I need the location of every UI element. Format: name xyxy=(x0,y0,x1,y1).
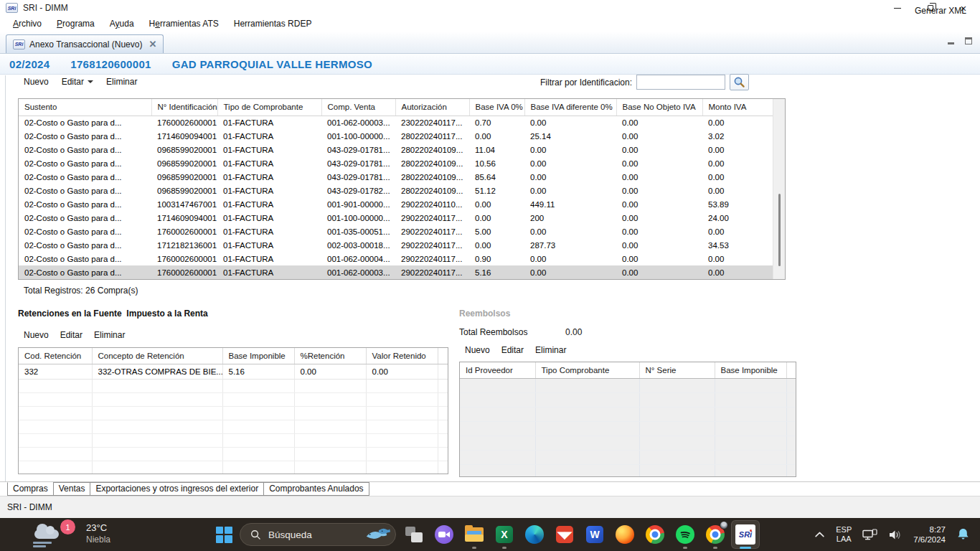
tab-close-icon[interactable]: ✕ xyxy=(149,39,156,49)
network-icon[interactable] xyxy=(862,529,877,541)
column-header-n-identificaci-n[interactable]: N° Identificación xyxy=(151,99,217,116)
column-header-tipo-de-comprobante[interactable]: Tipo de Comprobante xyxy=(217,99,321,116)
table-row[interactable] xyxy=(460,464,796,477)
table-row[interactable]: 02-Costo o Gasto para d...10031474670010… xyxy=(19,197,773,211)
column-header-base-iva-diferente-0[interactable]: Base IVA diferente 0% xyxy=(524,99,616,116)
view-tab-exportaciones-y-otros-ingresos-del-exterior[interactable]: Exportaciones y otros ingresos del exter… xyxy=(90,482,264,496)
table-row[interactable]: 02-Costo o Gasto para d...17600026000010… xyxy=(19,116,773,129)
taskbar-app-pdf-reader[interactable]: ◥◤ xyxy=(550,518,580,551)
nuevo-button[interactable]: Nuevo xyxy=(24,77,49,87)
clock[interactable]: 8:27 7/6/2024 xyxy=(913,524,946,545)
ruc-label: 1768120600001 xyxy=(70,58,151,70)
column-header-base-imponible[interactable]: Base Imponible xyxy=(715,362,786,378)
table-row[interactable] xyxy=(19,392,448,406)
taskbar-app-spotify[interactable] xyxy=(670,518,700,551)
taskbar-app-stacked-windows[interactable] xyxy=(399,518,429,551)
table-row[interactable]: 02-Costo o Gasto para d...09685990200010… xyxy=(19,156,773,170)
taskbar-app-excel[interactable]: X xyxy=(489,518,519,551)
table-row[interactable]: 02-Costo o Gasto para d...09685990200010… xyxy=(19,143,773,156)
column-header-retenci-n[interactable]: %Retención xyxy=(294,348,366,364)
column-header-monto-iva[interactable]: Monto IVA xyxy=(702,99,773,116)
profile-avatar xyxy=(720,521,728,529)
notification-bell-icon[interactable] xyxy=(956,527,970,542)
table-row[interactable] xyxy=(460,407,796,421)
table-row[interactable]: 02-Costo o Gasto para d...17600026000010… xyxy=(19,252,773,265)
tab-anexo-transaccional[interactable]: SRi Anexo Transaccional (Nuevo) ✕ xyxy=(6,34,164,53)
table-row[interactable]: 02-Costo o Gasto para d...17146090940010… xyxy=(19,129,773,143)
column-header-concepto-de-retenci-n[interactable]: Concepto de Retención xyxy=(92,348,222,364)
taskbar-app-video-chat[interactable] xyxy=(429,518,459,551)
column-header-base-imponible[interactable]: Base Imponible xyxy=(222,348,294,364)
ret-eliminar-button[interactable]: Eliminar xyxy=(94,330,125,340)
cell xyxy=(438,447,448,461)
weather-widget[interactable]: 1 23°C Niebla xyxy=(33,522,110,547)
taskbar-search[interactable]: Búsqueda xyxy=(240,523,396,546)
view-minimize-icon[interactable] xyxy=(947,37,956,45)
column-header-id-proveedor[interactable]: Id Proveedor xyxy=(460,362,535,378)
table-row[interactable] xyxy=(460,378,796,392)
taskbar-app-sri-dimm[interactable]: SRi xyxy=(730,518,760,551)
table-row[interactable] xyxy=(19,379,448,392)
language-indicator[interactable]: ESP LAA xyxy=(836,525,852,544)
menu-ayuda[interactable]: Ayuda xyxy=(103,17,142,31)
column-header-tipo-comprobante[interactable]: Tipo Comprobante xyxy=(535,362,639,378)
cell: 290220240117... xyxy=(395,265,469,279)
column-header-valor-retenido[interactable]: Valor Retenido xyxy=(366,348,438,364)
cell xyxy=(366,420,438,433)
editar-button[interactable]: Editar xyxy=(62,77,93,87)
column-header-base-no-objeto-iva[interactable]: Base No Objeto IVA xyxy=(616,99,702,116)
vertical-scrollbar[interactable] xyxy=(773,99,785,279)
view-tab-ventas[interactable]: Ventas xyxy=(53,482,91,496)
column-header-cod-retenci-n[interactable]: Cod. Retención xyxy=(19,348,92,364)
menu-herramientas-rdep[interactable]: Herramientas RDEP xyxy=(227,17,320,31)
table-row[interactable] xyxy=(460,392,796,407)
column-header-base-iva-0[interactable]: Base IVA 0% xyxy=(469,99,524,116)
taskbar-app-word[interactable]: W xyxy=(580,518,610,551)
volume-icon[interactable] xyxy=(888,529,903,541)
table-row[interactable]: 02-Costo o Gasto para d...09685990200010… xyxy=(19,170,773,184)
view-tab-comprobantes-anulados[interactable]: Comprobantes Anulados xyxy=(263,482,369,496)
reemb-editar-button[interactable]: Editar xyxy=(501,345,524,355)
view-maximize-icon[interactable] xyxy=(964,37,973,45)
table-row[interactable] xyxy=(19,461,448,474)
hidden-icons-chevron[interactable] xyxy=(814,530,825,539)
column-header-autorizaci-n[interactable]: Autorización xyxy=(395,99,469,116)
table-row[interactable] xyxy=(19,420,448,433)
table-row[interactable]: 332332-OTRAS COMPRAS DE BIE...5.160.000.… xyxy=(19,364,448,379)
table-row[interactable]: 02-Costo o Gasto para d...17121821360010… xyxy=(19,238,773,252)
table-row[interactable] xyxy=(460,435,796,450)
taskbar-app-firefox[interactable] xyxy=(610,518,640,551)
eliminar-button[interactable]: Eliminar xyxy=(106,77,137,87)
table-row[interactable]: 02-Costo o Gasto para d...17600026000010… xyxy=(19,225,773,238)
filter-input[interactable] xyxy=(636,75,725,90)
table-row[interactable] xyxy=(19,433,448,447)
table-row[interactable]: 02-Costo o Gasto para d...17146090940010… xyxy=(19,211,773,225)
reemb-eliminar-button[interactable]: Eliminar xyxy=(535,345,566,355)
column-header-sustento[interactable]: Sustento xyxy=(19,99,151,116)
ret-editar-button[interactable]: Editar xyxy=(60,330,83,340)
generar-xml-link[interactable]: Generar XML xyxy=(915,6,966,16)
reemb-nuevo-button[interactable]: Nuevo xyxy=(465,345,490,355)
view-tab-compras[interactable]: Compras xyxy=(7,482,54,496)
search-button[interactable] xyxy=(730,74,749,90)
menu-programa[interactable]: Programa xyxy=(50,17,103,31)
cell xyxy=(92,433,222,447)
taskbar-app-file-explorer[interactable] xyxy=(459,518,489,551)
scrollbar-thumb[interactable] xyxy=(778,194,781,266)
taskbar-app-chrome[interactable] xyxy=(640,518,670,551)
ret-nuevo-button[interactable]: Nuevo xyxy=(24,330,49,340)
start-button[interactable] xyxy=(209,518,238,551)
column-header-n-serie[interactable]: N° Serie xyxy=(639,362,715,378)
table-row[interactable]: 02-Costo o Gasto para d...17600026000010… xyxy=(19,265,773,279)
column-header-comp-venta[interactable]: Comp. Venta xyxy=(321,99,395,116)
table-row[interactable] xyxy=(460,421,796,435)
taskbar-app-edge[interactable] xyxy=(519,518,550,551)
table-row[interactable] xyxy=(19,406,448,420)
menu-herramientas-ats[interactable]: Herramientas ATS xyxy=(142,17,227,31)
table-row[interactable]: 02-Costo o Gasto para d...09685990200010… xyxy=(19,184,773,197)
menu-archivo[interactable]: Archivo xyxy=(6,17,50,31)
minimize-button[interactable] xyxy=(881,0,914,16)
table-row[interactable] xyxy=(19,447,448,461)
taskbar-app-chrome-profile[interactable] xyxy=(700,518,730,551)
table-row[interactable] xyxy=(460,450,796,464)
